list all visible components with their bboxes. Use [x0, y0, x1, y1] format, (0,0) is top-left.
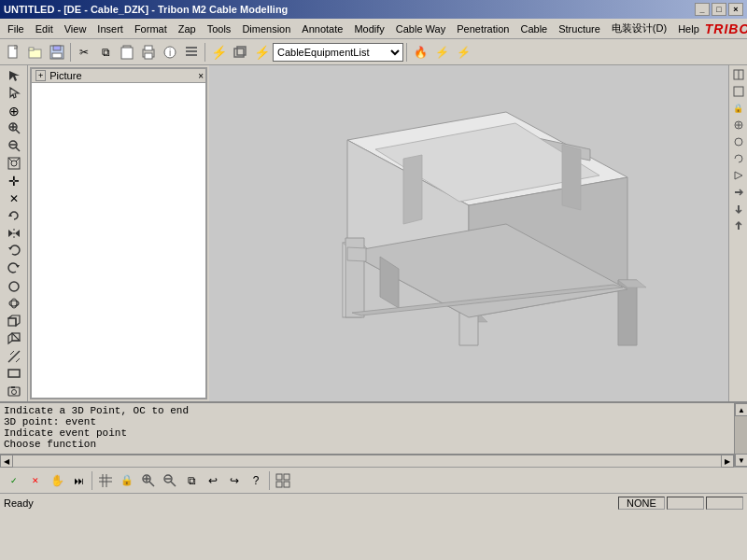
svg-marker-70 — [347, 247, 366, 261]
menu-dimension[interactable]: Dimension — [236, 21, 296, 36]
arrow-tool[interactable] — [3, 67, 25, 84]
save-button[interactable] — [47, 42, 67, 63]
cut-button[interactable]: ✂ — [74, 42, 94, 63]
cross-tool[interactable]: ✕ — [3, 190, 25, 207]
right-btn-8[interactable] — [731, 185, 746, 200]
right-btn-7[interactable] — [731, 168, 746, 183]
svg-rect-15 — [186, 54, 197, 56]
minimize-button[interactable]: _ — [695, 3, 710, 16]
menu-penetration[interactable]: Penetration — [451, 21, 514, 36]
svg-line-91 — [171, 482, 176, 486]
console-horizontal-scrollbar[interactable]: ◀ ▶ — [0, 454, 734, 467]
scroll-down-arrow[interactable]: ▼ — [735, 454, 747, 467]
status-ready: Ready — [4, 497, 618, 509]
cube-back-tool[interactable] — [3, 330, 25, 347]
snap-tool[interactable]: ⊕ — [3, 103, 25, 119]
maximize-button[interactable]: □ — [712, 3, 726, 16]
close-button[interactable]: × — [728, 3, 743, 16]
right-btn-5[interactable] — [731, 134, 746, 149]
svg-marker-32 — [8, 230, 13, 237]
line-tool[interactable] — [3, 348, 25, 365]
cube-front-tool[interactable] — [3, 313, 25, 329]
right-btn-2[interactable] — [731, 84, 746, 99]
bottom-btn-grid[interactable] — [95, 470, 116, 491]
fire-button[interactable]: 🔥 — [410, 42, 430, 63]
svg-marker-33 — [15, 230, 20, 237]
camera-tool[interactable] — [3, 383, 25, 399]
right-btn-1[interactable] — [731, 67, 746, 82]
3d-viewport[interactable] — [209, 65, 728, 401]
right-btn-4[interactable] — [731, 118, 746, 133]
scroll-thumb[interactable] — [735, 416, 747, 454]
circle-tool[interactable] — [3, 278, 25, 295]
menu-file[interactable]: File — [2, 21, 30, 36]
lightning2-button[interactable]: ⚡ — [251, 42, 272, 63]
zoom-in-tool[interactable] — [3, 120, 25, 137]
right-btn-10[interactable] — [731, 218, 746, 233]
list-button[interactable] — [181, 42, 202, 63]
menu-insert[interactable]: Insert — [92, 21, 129, 36]
separator2 — [204, 43, 205, 62]
scroll-right-arrow[interactable]: ▶ — [721, 455, 734, 468]
zoom-fit-tool[interactable] — [3, 155, 25, 172]
menu-zap[interactable]: Zap — [173, 21, 202, 36]
bottom-btn-undo2[interactable]: ↩ — [203, 470, 223, 491]
menu-tools[interactable]: Tools — [202, 21, 237, 36]
scroll-left-arrow[interactable]: ◀ — [0, 455, 13, 468]
picture-expand-icon[interactable]: + — [35, 70, 46, 81]
titlebar: UNTITLED - [DE - Cable_DZK] - Tribon M2 … — [0, 0, 747, 19]
status-box-3 — [706, 497, 743, 510]
bottom-btn-help2[interactable]: ? — [246, 470, 266, 491]
bottom-btn-ok[interactable]: ✓ — [4, 470, 24, 491]
select-tool[interactable] — [3, 85, 25, 102]
bottom-btn-table[interactable] — [273, 470, 293, 491]
box3d-button[interactable] — [230, 42, 250, 63]
menu-edit[interactable]: Edit — [30, 21, 59, 36]
rect-tool[interactable] — [3, 365, 25, 382]
svg-marker-18 — [9, 71, 20, 81]
lightning1-button[interactable]: ⚡ — [208, 42, 229, 63]
menu-electrical[interactable]: 电装设计(D) — [606, 20, 672, 37]
picture-close-button[interactable]: × — [198, 71, 204, 81]
equipment-list-dropdown[interactable]: CableEquipmentList — [273, 43, 403, 62]
bottom-btn-redo2[interactable]: ↪ — [224, 470, 245, 491]
menu-help[interactable]: Help — [672, 21, 705, 36]
menu-modify[interactable]: Modify — [348, 21, 389, 36]
svg-text:i: i — [169, 48, 171, 58]
zoom-out-tool[interactable] — [3, 137, 25, 154]
svg-rect-10 — [145, 53, 152, 59]
print-button[interactable] — [138, 42, 159, 63]
svg-rect-94 — [284, 474, 289, 480]
menu-cable[interactable]: Cable — [514, 21, 553, 36]
bottom-btn-forward[interactable]: ⏭ — [68, 470, 89, 491]
menu-cableway[interactable]: Cable Way — [390, 21, 451, 36]
bottom-btn-zoom-in2[interactable] — [138, 470, 159, 491]
open-button[interactable] — [25, 42, 46, 63]
menu-structure[interactable]: Structure — [553, 21, 606, 36]
paste-button[interactable] — [117, 42, 137, 63]
bottom-btn-copy2[interactable]: ⧉ — [181, 470, 202, 491]
console-vertical-scrollbar[interactable]: ▲ ▼ — [734, 403, 747, 467]
undo-tool[interactable] — [3, 243, 25, 259]
move-tool[interactable]: ✛ — [3, 173, 25, 189]
redo-tool[interactable] — [3, 260, 25, 277]
new-button[interactable] — [4, 42, 24, 63]
bottom-btn-lock[interactable]: 🔒 — [117, 470, 137, 491]
bottom-btn-zoom-out2[interactable] — [160, 470, 180, 491]
right-btn-6[interactable] — [731, 151, 746, 166]
scroll-up-arrow[interactable]: ▲ — [735, 403, 747, 416]
menu-view[interactable]: View — [59, 21, 92, 36]
copy-button[interactable]: ⧉ — [95, 42, 116, 63]
menu-annotate[interactable]: Annotate — [296, 21, 348, 36]
menu-format[interactable]: Format — [129, 21, 173, 36]
3d-rotate-tool[interactable] — [3, 295, 25, 312]
flip-h-tool[interactable] — [3, 225, 25, 242]
right-btn-3[interactable]: 🔒 — [731, 101, 746, 116]
bottom-btn-cancel[interactable]: ✕ — [25, 470, 46, 491]
rotate-tool[interactable] — [3, 208, 25, 225]
right-btn-9[interactable] — [731, 202, 746, 217]
cable-btn2[interactable]: ⚡ — [453, 42, 473, 63]
details-button[interactable]: i — [160, 42, 180, 63]
bottom-btn-grab[interactable]: ✋ — [47, 470, 67, 491]
cable-btn1[interactable]: ⚡ — [431, 42, 452, 63]
